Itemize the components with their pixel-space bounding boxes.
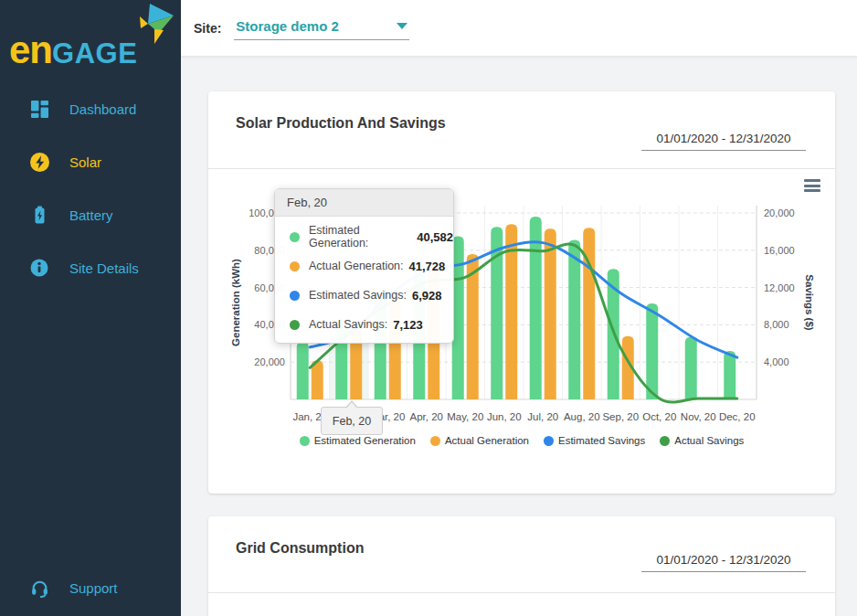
tooltip-value: 40,582	[417, 230, 453, 244]
right-axis-tick-label: 8,000	[764, 319, 789, 330]
legend-item-actual-generation[interactable]: Actual Generation	[430, 435, 529, 446]
site-select[interactable]: Storage demo 2	[234, 16, 409, 40]
tooltip-label: Actual Savings:	[309, 318, 387, 331]
logo-text-gage: GAGE	[52, 38, 137, 69]
sidebar-item-label: Solar	[69, 154, 101, 170]
series-dot-icon	[430, 436, 440, 446]
tooltip-row: Actual Generation: 41,728	[275, 251, 453, 281]
bird-logo-icon	[139, 4, 175, 49]
x-axis-tick-label: Sep, 20	[602, 411, 639, 422]
right-axis-tick-label: 12,000	[764, 282, 795, 293]
tooltip-value: 7,123	[393, 318, 423, 332]
left-axis-tick-label: 20,000	[254, 356, 285, 367]
x-axis-tick-label: Jul, 20	[527, 411, 558, 422]
topbar: Site: Storage demo 2	[181, 0, 857, 57]
tooltip-label: Estimated Savings:	[309, 289, 407, 302]
series-dot-icon	[660, 436, 670, 446]
bar-estimated-generation-0[interactable]	[297, 342, 309, 399]
site-select-value: Storage demo 2	[236, 18, 339, 34]
tooltip-label: Estimated Generation:	[309, 224, 411, 250]
right-axis-tick-label: 4,000	[764, 356, 789, 367]
legend-label: Estimated Generation	[314, 435, 416, 446]
divider	[208, 592, 835, 593]
right-axis-tick-label: 20,000	[764, 207, 795, 218]
logo-text-en: en	[9, 31, 52, 69]
tooltip-row: Actual Savings: 7,123	[275, 310, 453, 339]
tooltip-value: 41,728	[409, 260, 446, 273]
x-axis-tick-label: Jun, 20	[487, 411, 522, 422]
legend-label: Actual Savings	[674, 435, 744, 446]
bar-estimated-generation-6[interactable]	[530, 217, 542, 399]
series-dot-icon	[300, 436, 310, 446]
chevron-down-icon	[397, 23, 407, 29]
series-dot-icon	[290, 232, 300, 242]
legend-item-estimated-savings[interactable]: Estimated Savings	[544, 435, 645, 446]
right-axis-title: Savings ($)	[804, 274, 815, 331]
tooltip-row: Estimated Savings: 6,928	[275, 281, 453, 310]
solar-icon	[29, 152, 49, 172]
x-axis-tick-label: Apr, 20	[410, 411, 443, 422]
chart-legend: Estimated GenerationActual GenerationEst…	[208, 431, 835, 450]
bar-estimated-generation-7[interactable]	[568, 240, 580, 399]
sidebar-item-label: Site Details	[69, 260, 139, 276]
bar-actual-generation-6[interactable]	[545, 228, 556, 399]
main-content: Solar Production And Savings 20,0004,000…	[181, 57, 857, 616]
card-title: Solar Production And Savings	[236, 115, 446, 132]
sidebar-item-dashboard[interactable]: Dashboard	[0, 82, 181, 135]
series-dot-icon	[290, 320, 300, 330]
grid-consumption-card: Grid Consumption	[208, 516, 835, 616]
sidebar-menu: Dashboard Solar Battery	[0, 82, 181, 294]
date-range-input[interactable]	[641, 553, 806, 572]
bar-estimated-generation-11[interactable]	[724, 351, 735, 399]
divider	[208, 168, 835, 169]
sidebar-item-battery[interactable]: Battery	[0, 188, 181, 241]
dashboard-icon	[29, 99, 49, 119]
tooltip-title: Feb, 20	[275, 189, 453, 217]
legend-item-actual-savings[interactable]: Actual Savings	[660, 435, 744, 446]
series-dot-icon	[544, 436, 554, 446]
sidebar-item-support[interactable]: Support	[0, 567, 181, 609]
sidebar: en GAGE Dashboard	[0, 0, 181, 616]
tooltip-label: Actual Generation:	[309, 260, 404, 272]
sidebar-item-label: Support	[69, 580, 118, 596]
bar-estimated-generation-10[interactable]	[685, 337, 697, 399]
headset-icon	[29, 578, 49, 598]
x-axis-tick-label: Aug, 20	[564, 411, 600, 422]
bar-estimated-generation-9[interactable]	[646, 303, 658, 399]
info-icon	[29, 258, 49, 278]
legend-label: Actual Generation	[445, 435, 529, 446]
battery-icon	[29, 205, 49, 225]
legend-label: Estimated Savings	[558, 435, 645, 446]
x-axis-tick-label: Dec, 20	[719, 411, 756, 422]
x-axis-tick-label: Nov, 20	[681, 411, 716, 422]
sidebar-item-site-details[interactable]: Site Details	[0, 241, 181, 294]
sidebar-item-label: Dashboard	[69, 101, 136, 117]
card-title: Grid Consumption	[236, 540, 364, 557]
legend-item-estimated-generation[interactable]: Estimated Generation	[300, 435, 416, 446]
chart-tooltip: Feb, 20 Estimated Generation: 40,582 Act…	[274, 188, 454, 344]
site-label: Site:	[194, 21, 221, 36]
sidebar-item-label: Battery	[69, 207, 113, 223]
x-axis-crosshair-label: Feb, 20	[321, 407, 383, 435]
app-logo[interactable]: en GAGE	[0, 0, 181, 69]
right-axis-tick-label: 16,000	[764, 245, 795, 256]
series-dot-icon	[290, 261, 300, 271]
left-axis-title: Generation (kWh)	[230, 259, 241, 346]
sidebar-item-solar[interactable]: Solar	[0, 135, 181, 188]
x-axis-tick-label: Oct, 20	[642, 411, 676, 422]
date-range-input[interactable]	[641, 132, 806, 151]
series-dot-icon	[290, 291, 300, 301]
tooltip-row: Estimated Generation: 40,582	[275, 222, 453, 251]
tooltip-value: 6,928	[412, 289, 442, 303]
solar-production-card: Solar Production And Savings 20,0004,000…	[208, 91, 835, 494]
x-axis-tick-label: May, 20	[447, 411, 483, 422]
